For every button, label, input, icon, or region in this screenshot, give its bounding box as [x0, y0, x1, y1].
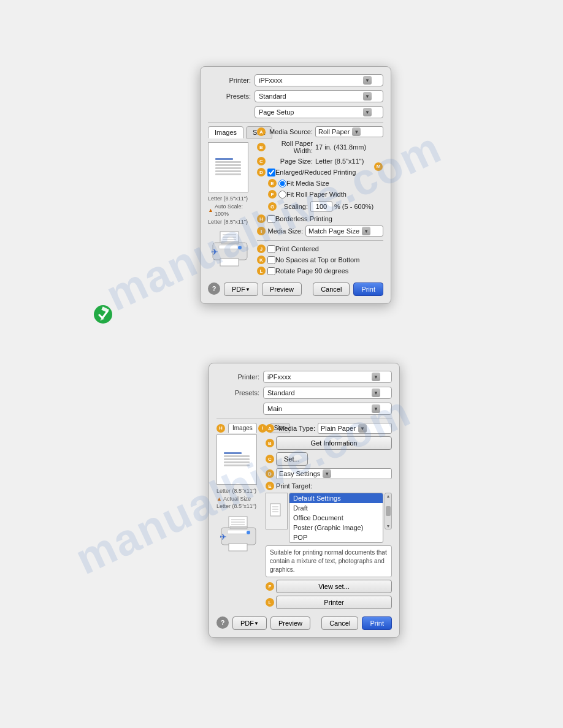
- no-spaces-checkbox[interactable]: [267, 256, 275, 264]
- help-button-1[interactable]: ?: [208, 282, 220, 295]
- d2-description-box: Suitable for printing normal documents t…: [266, 545, 392, 577]
- fit-media-label: Fit Media Size: [286, 180, 329, 187]
- d2-doc-icon: [268, 502, 285, 520]
- svg-rect-8: [220, 259, 239, 266]
- d2-tab-images[interactable]: Images: [228, 423, 257, 433]
- presets-row: Presets: Standard ▼: [208, 90, 383, 102]
- svg-rect-17: [230, 526, 247, 529]
- presets-label: Presets:: [208, 93, 251, 100]
- media-source-arrow: ▼: [352, 127, 361, 136]
- fit-media-row: E Fit Media Size: [268, 179, 383, 188]
- d2-easy-settings-row: D Easy Settings ▼: [266, 468, 392, 479]
- tab-images[interactable]: Images: [208, 126, 243, 138]
- scaling-input[interactable]: [310, 201, 332, 212]
- media-size-select[interactable]: Match Page Size ▼: [305, 226, 383, 237]
- d2-printer-select[interactable]: iPFxxxx ▼: [263, 371, 392, 383]
- enlarged-label: Enlarged/Reduced Printing: [275, 169, 356, 176]
- d2-easy-settings-arrow: ▼: [323, 469, 331, 478]
- rotate-checkbox[interactable]: [267, 267, 275, 275]
- pdf-button-2[interactable]: PDF: [232, 616, 267, 630]
- paper-line-4: [215, 170, 241, 172]
- d2-print-target-label: Print Target:: [276, 482, 312, 490]
- enlarged-checkbox[interactable]: [267, 169, 275, 176]
- media-source-select[interactable]: Roll Paper ▼: [315, 126, 383, 137]
- d2-print-target-area: Default Settings Draft Office Document P…: [266, 493, 392, 543]
- d2-panel-control: Main ▼: [263, 403, 392, 415]
- d2-printer-btn-row: L Printer: [266, 596, 392, 609]
- svg-text:✈: ✈: [220, 532, 227, 542]
- divider-1: [208, 122, 383, 123]
- paper-line-3: [215, 167, 241, 169]
- d2-printer-image-area: ✈: [216, 515, 261, 553]
- badge-j: J: [257, 245, 266, 253]
- dialog1-left-buttons: ? PDF Preview: [208, 282, 302, 296]
- d2-list-item-draft[interactable]: Draft: [289, 503, 383, 513]
- svg-point-7: [238, 246, 242, 249]
- view-set-button[interactable]: View set...: [276, 580, 392, 593]
- print-button-2[interactable]: Print: [362, 616, 392, 630]
- borderless-checkbox[interactable]: [267, 215, 275, 223]
- get-info-button[interactable]: Get Information: [276, 436, 392, 450]
- scroll-down: ▼: [386, 524, 391, 528]
- d2-presets-row: Presets: Standard ▼: [216, 387, 392, 399]
- printer-control: iPFxxxx ▼: [255, 74, 383, 86]
- d2-list-item-pop[interactable]: POP: [289, 533, 383, 542]
- cancel-button-1[interactable]: Cancel: [313, 282, 350, 296]
- fit-roll-radio[interactable]: [278, 191, 286, 199]
- d2-main-content: H Images I Size Letter (8.5"x11") ▲ Actu…: [216, 423, 392, 612]
- enlarged-row: D Enlarged/Reduced Printing: [257, 168, 383, 176]
- media-size-label: Media Size:: [267, 227, 305, 235]
- d2-list-item-office[interactable]: Office Document: [289, 513, 383, 523]
- preview-paper-size: Letter (8.5"x11"): [208, 195, 252, 203]
- page-size-value: Letter (8.5"x11"): [315, 157, 364, 165]
- fit-roll-row: F Fit Roll Paper Width: [268, 190, 383, 199]
- d2-panel-row: Main ▼: [216, 403, 392, 415]
- pdf-button-1[interactable]: PDF: [224, 282, 258, 296]
- d2-set-row: C Set...: [266, 452, 392, 466]
- print-button-1[interactable]: Print: [353, 282, 383, 296]
- print-centered-checkbox[interactable]: [267, 245, 275, 253]
- presets-select[interactable]: Standard ▼: [255, 90, 383, 102]
- panel-select[interactable]: Page Setup ▼: [255, 106, 383, 118]
- d2-badge-a: A: [266, 424, 274, 433]
- d2-panel-select[interactable]: Main ▼: [263, 403, 392, 415]
- scroll-thumb: [386, 506, 391, 516]
- svg-rect-21: [270, 504, 280, 516]
- d2-scrollbar[interactable]: ▲ ▼: [385, 493, 392, 529]
- svg-text:✈: ✈: [211, 247, 218, 257]
- badge-f: F: [268, 190, 277, 199]
- page-size-row: C Page Size: Letter (8.5"x11"): [257, 157, 383, 165]
- d2-presets-select[interactable]: Standard ▼: [263, 387, 392, 399]
- d2-printer-button[interactable]: Printer: [276, 596, 392, 609]
- paper-line-2: [215, 164, 241, 166]
- cancel-button-2[interactable]: Cancel: [321, 616, 358, 630]
- d2-right-settings: A Media Type: Plain Paper ▼ B Get Inform…: [266, 423, 392, 612]
- d2-panel-arrow: ▼: [372, 404, 380, 413]
- d2-presets-label: Presets:: [216, 389, 259, 396]
- media-source-row: A Media Source: Roll Paper ▼: [257, 126, 383, 137]
- preview-button-2[interactable]: Preview: [270, 616, 310, 630]
- fit-media-radio[interactable]: [278, 180, 286, 188]
- d2-list-item-default[interactable]: Default Settings: [289, 493, 383, 503]
- media-size-row: I Media Size: Match Page Size ▼: [257, 226, 383, 237]
- printer-select[interactable]: iPFxxxx ▼: [255, 74, 383, 86]
- preview-button-1[interactable]: Preview: [262, 282, 302, 296]
- d2-print-target-list: Default Settings Draft Office Document P…: [289, 493, 383, 543]
- print-centered-label: Print Centered: [275, 245, 319, 252]
- d2-list-item-poster[interactable]: Poster (Graphic Image): [289, 523, 383, 533]
- d2-media-type-select[interactable]: Plain Paper ▼: [318, 423, 392, 434]
- d2-media-type-label: Media Type:: [276, 425, 318, 432]
- d2-scale-arrow: ▲: [216, 496, 222, 502]
- set-button[interactable]: Set...: [276, 452, 308, 466]
- d2-easy-settings-select[interactable]: Easy Settings ▼: [276, 468, 392, 479]
- dialog-main: Printer: iPFxxxx ▼ Presets: Standard ▼ M…: [209, 363, 400, 638]
- d2-presets-control: Standard ▼: [263, 387, 392, 399]
- help-button-2[interactable]: ?: [216, 616, 229, 629]
- media-source-label: Media Source:: [267, 128, 315, 135]
- presets-select-arrow: ▼: [363, 92, 372, 100]
- preview-scale: Auto Scale: 100%: [215, 203, 252, 218]
- d2-printer-arrow: ▼: [372, 373, 380, 381]
- d2-preview-scale-row: ▲ Actual Size: [216, 495, 261, 503]
- d2-left-preview: H Images I Size Letter (8.5"x11") ▲ Actu…: [216, 423, 261, 612]
- badge-d: D: [257, 168, 266, 176]
